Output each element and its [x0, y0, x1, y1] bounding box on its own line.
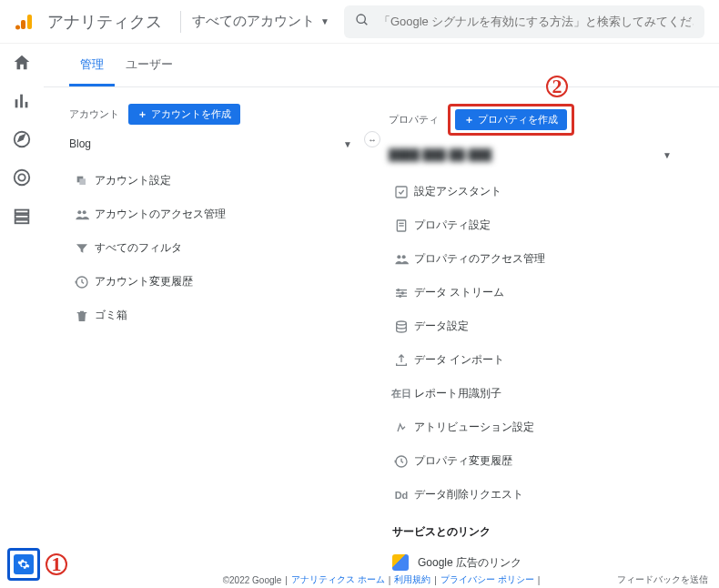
svg-point-22 [397, 255, 400, 259]
property-selected-name: ████ ███-██-███ [389, 148, 491, 161]
svg-point-9 [15, 170, 30, 186]
footer-link-home[interactable]: アナリティクス ホーム [291, 573, 385, 586]
nav-home-icon[interactable] [12, 53, 32, 73]
upload-icon [389, 353, 414, 368]
create-property-label: プロパティを作成 [478, 113, 558, 127]
chevron-down-icon: ▼ [663, 150, 672, 160]
svg-point-23 [402, 255, 406, 259]
id-icon: 在日 [389, 387, 414, 400]
property-dropdown[interactable]: ████ ███-██-███ ▼ [389, 143, 683, 169]
nav-advertising-icon[interactable] [12, 167, 32, 188]
svg-rect-1 [21, 20, 25, 29]
main: 管理 ユーザー アカウント ＋アカウントを作成 Blog ▼ アカウント設定アカ… [44, 44, 719, 572]
svg-rect-15 [79, 178, 86, 185]
footer-feedback[interactable]: フィードバックを送信 [617, 573, 708, 586]
gear-icon[interactable] [14, 554, 34, 574]
filter-icon [69, 241, 95, 256]
annotation-circle-1: 1 [46, 553, 67, 575]
property-item-label: プロパティ設定 [414, 218, 491, 233]
chevron-down-icon: ▼ [320, 16, 329, 26]
plus-icon: ＋ [137, 107, 147, 121]
property-item-7[interactable]: アトリビューション設定 [389, 411, 683, 444]
doc-icon [389, 218, 414, 233]
app-title: アナリティクス [47, 11, 162, 33]
property-item-label: データ インポート [414, 352, 504, 368]
property-item-1[interactable]: プロパティ設定 [389, 208, 683, 242]
people-icon [69, 208, 95, 222]
link-item-0[interactable]: Google 広告のリンク [389, 545, 683, 572]
nav-configure-icon[interactable] [12, 206, 32, 226]
account-item-label: すべてのフィルタ [95, 240, 182, 256]
svg-line-4 [364, 22, 367, 25]
history-icon [389, 454, 414, 469]
svg-point-27 [398, 289, 400, 290]
account-item-label: アカウント設定 [95, 173, 171, 188]
property-item-8[interactable]: プロパティ変更履歴 [389, 444, 683, 478]
account-item-3[interactable]: アカウント変更履歴 [69, 265, 363, 299]
check-icon [389, 185, 414, 199]
svg-rect-5 [15, 99, 18, 107]
svg-rect-18 [396, 187, 407, 198]
column-collapse-icon[interactable]: ↔ [364, 131, 380, 147]
tab-user[interactable]: ユーザー [115, 44, 184, 86]
trash-icon [69, 309, 95, 323]
create-property-button[interactable]: ＋プロパティを作成 [455, 109, 567, 130]
svg-point-17 [83, 210, 86, 214]
account-item-1[interactable]: アカウントのアクセス管理 [69, 198, 363, 231]
footer-copyright: ©2022 Google [223, 575, 282, 585]
property-item-6[interactable]: 在日レポート用識別子 [389, 377, 683, 411]
svg-rect-7 [25, 102, 28, 107]
divider [180, 11, 181, 33]
account-column: アカウント ＋アカウントを作成 Blog ▼ アカウント設定アカウントのアクセス… [44, 104, 372, 572]
svg-rect-13 [15, 220, 29, 224]
svg-point-28 [401, 292, 403, 294]
account-selected-name: Blog [69, 137, 91, 150]
property-item-0[interactable]: 設定アシスタント [389, 175, 683, 208]
account-item-2[interactable]: すべてのフィルタ [69, 231, 363, 265]
svg-rect-12 [15, 215, 29, 218]
property-item-2[interactable]: プロパティのアクセス管理 [389, 242, 683, 276]
chevron-down-icon: ▼ [343, 139, 352, 149]
search-icon [355, 13, 370, 31]
property-item-5[interactable]: データ インポート [389, 343, 683, 377]
account-item-4[interactable]: ゴミ箱 [69, 299, 363, 332]
property-item-label: データ設定 [414, 319, 469, 334]
account-item-0[interactable]: アカウント設定 [69, 164, 363, 198]
svg-point-3 [357, 15, 365, 23]
account-item-label: アカウント変更履歴 [95, 274, 193, 289]
property-item-label: レポート用識別子 [414, 386, 501, 401]
nav-reports-icon[interactable] [12, 91, 32, 111]
footer-link-privacy[interactable]: プライバシー ポリシー [441, 573, 534, 586]
footer-link-terms[interactable]: 利用規約 [394, 573, 430, 586]
svg-rect-6 [20, 95, 23, 108]
search-input[interactable] [379, 15, 694, 28]
svg-rect-0 [27, 15, 32, 29]
annotation-circle-2: 2 [546, 76, 568, 97]
account-item-label: アカウントのアクセス管理 [95, 207, 226, 222]
ads-icon [392, 554, 409, 571]
stream-icon [389, 286, 414, 300]
create-account-label: アカウントを作成 [151, 107, 231, 121]
property-item-3[interactable]: データ ストリーム [389, 276, 683, 309]
create-account-button[interactable]: ＋アカウントを作成 [128, 104, 240, 125]
property-item-9[interactable]: Ddデータ削除リクエスト [389, 478, 683, 512]
people-icon [389, 252, 414, 267]
property-item-label: データ ストリーム [414, 285, 504, 300]
dd-icon: Dd [389, 490, 414, 501]
property-item-label: プロパティのアクセス管理 [414, 251, 545, 267]
property-item-label: データ削除リクエスト [414, 487, 523, 502]
property-item-4[interactable]: データ設定 [389, 309, 683, 343]
account-selector[interactable]: すべてのアカウント ▼ [192, 13, 329, 30]
account-dropdown[interactable]: Blog ▼ [69, 132, 363, 158]
account-column-label: アカウント [69, 107, 119, 121]
nav-explore-icon[interactable] [12, 129, 32, 149]
admin-gear-highlight [7, 548, 40, 581]
search-box[interactable] [344, 5, 704, 38]
tab-admin[interactable]: 管理 [69, 44, 115, 86]
svg-point-29 [400, 295, 401, 297]
account-item-label: ゴミ箱 [95, 308, 127, 323]
database-icon [389, 319, 414, 334]
svg-point-2 [15, 25, 20, 29]
app-header: アナリティクス すべてのアカウント ▼ [0, 0, 719, 44]
attribution-icon [389, 421, 414, 435]
